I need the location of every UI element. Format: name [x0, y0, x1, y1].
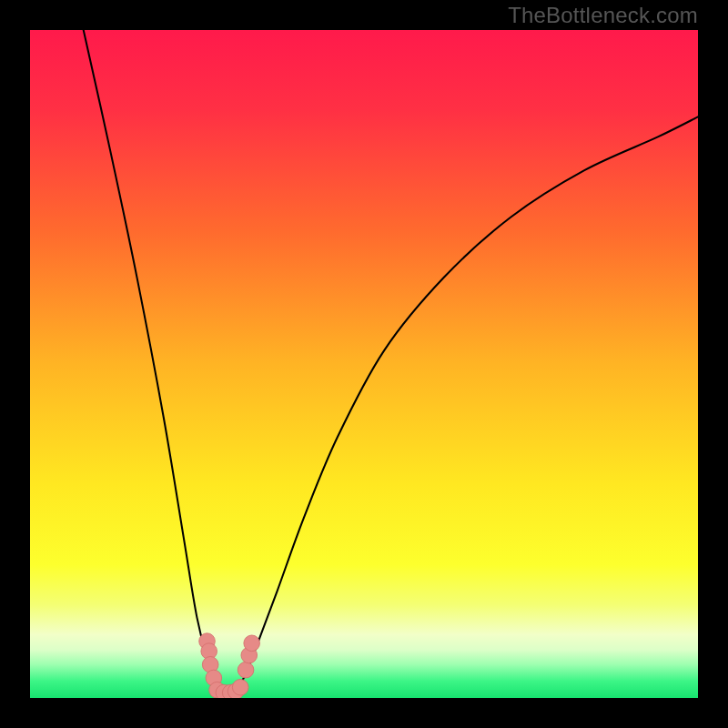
- bottleneck-curve: [84, 30, 698, 697]
- marker-dot: [238, 662, 254, 678]
- outer-frame: TheBottleneck.com: [0, 0, 728, 728]
- marker-dot: [244, 635, 260, 652]
- watermark-text: TheBottleneck.com: [508, 3, 698, 28]
- marker-dot: [232, 679, 248, 695]
- curve-layer: [30, 30, 698, 698]
- marker-cluster: [199, 633, 260, 698]
- plot-area: [30, 30, 698, 698]
